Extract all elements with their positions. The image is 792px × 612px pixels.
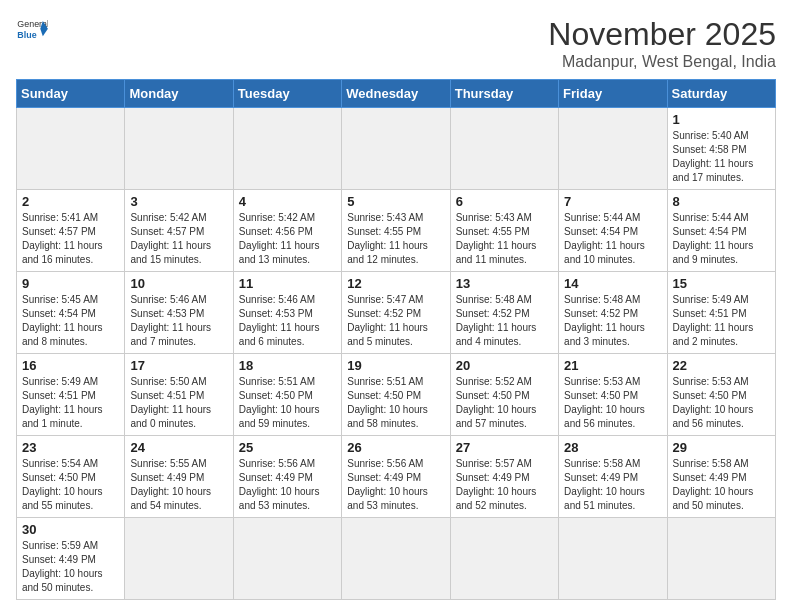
day-info: Sunrise: 5:46 AM Sunset: 4:53 PM Dayligh…: [239, 293, 336, 349]
calendar-cell: 27Sunrise: 5:57 AM Sunset: 4:49 PM Dayli…: [450, 436, 558, 518]
day-number: 13: [456, 276, 553, 291]
calendar-cell: 13Sunrise: 5:48 AM Sunset: 4:52 PM Dayli…: [450, 272, 558, 354]
calendar-cell: 15Sunrise: 5:49 AM Sunset: 4:51 PM Dayli…: [667, 272, 775, 354]
day-info: Sunrise: 5:58 AM Sunset: 4:49 PM Dayligh…: [564, 457, 661, 513]
calendar-cell: [342, 108, 450, 190]
day-info: Sunrise: 5:45 AM Sunset: 4:54 PM Dayligh…: [22, 293, 119, 349]
day-number: 25: [239, 440, 336, 455]
day-info: Sunrise: 5:55 AM Sunset: 4:49 PM Dayligh…: [130, 457, 227, 513]
calendar-cell: [450, 108, 558, 190]
day-info: Sunrise: 5:58 AM Sunset: 4:49 PM Dayligh…: [673, 457, 770, 513]
day-info: Sunrise: 5:40 AM Sunset: 4:58 PM Dayligh…: [673, 129, 770, 185]
day-number: 7: [564, 194, 661, 209]
calendar-cell: 5Sunrise: 5:43 AM Sunset: 4:55 PM Daylig…: [342, 190, 450, 272]
calendar-cell: [125, 518, 233, 600]
day-info: Sunrise: 5:54 AM Sunset: 4:50 PM Dayligh…: [22, 457, 119, 513]
calendar-row: 9Sunrise: 5:45 AM Sunset: 4:54 PM Daylig…: [17, 272, 776, 354]
logo-icon: General Blue: [16, 16, 48, 44]
calendar-cell: 18Sunrise: 5:51 AM Sunset: 4:50 PM Dayli…: [233, 354, 341, 436]
calendar-cell: [233, 108, 341, 190]
page-header: General Blue November 2025 Madanpur, Wes…: [16, 16, 776, 71]
weekday-thursday: Thursday: [450, 80, 558, 108]
day-info: Sunrise: 5:42 AM Sunset: 4:57 PM Dayligh…: [130, 211, 227, 267]
calendar-cell: 29Sunrise: 5:58 AM Sunset: 4:49 PM Dayli…: [667, 436, 775, 518]
calendar-cell: [342, 518, 450, 600]
month-title: November 2025: [548, 16, 776, 53]
weekday-header-row: SundayMondayTuesdayWednesdayThursdayFrid…: [17, 80, 776, 108]
day-number: 8: [673, 194, 770, 209]
weekday-saturday: Saturday: [667, 80, 775, 108]
day-info: Sunrise: 5:57 AM Sunset: 4:49 PM Dayligh…: [456, 457, 553, 513]
calendar-cell: 23Sunrise: 5:54 AM Sunset: 4:50 PM Dayli…: [17, 436, 125, 518]
calendar-cell: 30Sunrise: 5:59 AM Sunset: 4:49 PM Dayli…: [17, 518, 125, 600]
day-info: Sunrise: 5:44 AM Sunset: 4:54 PM Dayligh…: [673, 211, 770, 267]
day-number: 12: [347, 276, 444, 291]
day-info: Sunrise: 5:52 AM Sunset: 4:50 PM Dayligh…: [456, 375, 553, 431]
calendar-cell: 3Sunrise: 5:42 AM Sunset: 4:57 PM Daylig…: [125, 190, 233, 272]
day-number: 2: [22, 194, 119, 209]
calendar-cell: 21Sunrise: 5:53 AM Sunset: 4:50 PM Dayli…: [559, 354, 667, 436]
day-number: 14: [564, 276, 661, 291]
calendar-cell: 9Sunrise: 5:45 AM Sunset: 4:54 PM Daylig…: [17, 272, 125, 354]
day-number: 21: [564, 358, 661, 373]
day-number: 23: [22, 440, 119, 455]
day-info: Sunrise: 5:53 AM Sunset: 4:50 PM Dayligh…: [673, 375, 770, 431]
day-number: 19: [347, 358, 444, 373]
day-info: Sunrise: 5:43 AM Sunset: 4:55 PM Dayligh…: [456, 211, 553, 267]
calendar-cell: 1Sunrise: 5:40 AM Sunset: 4:58 PM Daylig…: [667, 108, 775, 190]
day-number: 27: [456, 440, 553, 455]
day-number: 29: [673, 440, 770, 455]
calendar-cell: 11Sunrise: 5:46 AM Sunset: 4:53 PM Dayli…: [233, 272, 341, 354]
calendar-cell: 17Sunrise: 5:50 AM Sunset: 4:51 PM Dayli…: [125, 354, 233, 436]
calendar-cell: 25Sunrise: 5:56 AM Sunset: 4:49 PM Dayli…: [233, 436, 341, 518]
logo: General Blue: [16, 16, 48, 44]
calendar-cell: 7Sunrise: 5:44 AM Sunset: 4:54 PM Daylig…: [559, 190, 667, 272]
calendar-row: 1Sunrise: 5:40 AM Sunset: 4:58 PM Daylig…: [17, 108, 776, 190]
calendar-cell: 14Sunrise: 5:48 AM Sunset: 4:52 PM Dayli…: [559, 272, 667, 354]
day-info: Sunrise: 5:56 AM Sunset: 4:49 PM Dayligh…: [239, 457, 336, 513]
calendar-cell: 28Sunrise: 5:58 AM Sunset: 4:49 PM Dayli…: [559, 436, 667, 518]
calendar-cell: [125, 108, 233, 190]
calendar-row: 16Sunrise: 5:49 AM Sunset: 4:51 PM Dayli…: [17, 354, 776, 436]
day-info: Sunrise: 5:51 AM Sunset: 4:50 PM Dayligh…: [239, 375, 336, 431]
calendar-row: 30Sunrise: 5:59 AM Sunset: 4:49 PM Dayli…: [17, 518, 776, 600]
day-number: 16: [22, 358, 119, 373]
calendar-cell: 19Sunrise: 5:51 AM Sunset: 4:50 PM Dayli…: [342, 354, 450, 436]
calendar-cell: [233, 518, 341, 600]
day-number: 30: [22, 522, 119, 537]
calendar-cell: 4Sunrise: 5:42 AM Sunset: 4:56 PM Daylig…: [233, 190, 341, 272]
weekday-friday: Friday: [559, 80, 667, 108]
day-number: 3: [130, 194, 227, 209]
day-info: Sunrise: 5:53 AM Sunset: 4:50 PM Dayligh…: [564, 375, 661, 431]
day-number: 17: [130, 358, 227, 373]
day-number: 26: [347, 440, 444, 455]
day-info: Sunrise: 5:48 AM Sunset: 4:52 PM Dayligh…: [456, 293, 553, 349]
day-info: Sunrise: 5:47 AM Sunset: 4:52 PM Dayligh…: [347, 293, 444, 349]
weekday-monday: Monday: [125, 80, 233, 108]
weekday-wednesday: Wednesday: [342, 80, 450, 108]
day-info: Sunrise: 5:44 AM Sunset: 4:54 PM Dayligh…: [564, 211, 661, 267]
svg-text:Blue: Blue: [17, 30, 36, 40]
calendar-cell: 12Sunrise: 5:47 AM Sunset: 4:52 PM Dayli…: [342, 272, 450, 354]
day-info: Sunrise: 5:49 AM Sunset: 4:51 PM Dayligh…: [673, 293, 770, 349]
day-number: 5: [347, 194, 444, 209]
calendar-cell: [17, 108, 125, 190]
calendar-cell: 22Sunrise: 5:53 AM Sunset: 4:50 PM Dayli…: [667, 354, 775, 436]
calendar-cell: 6Sunrise: 5:43 AM Sunset: 4:55 PM Daylig…: [450, 190, 558, 272]
day-number: 22: [673, 358, 770, 373]
calendar-cell: 26Sunrise: 5:56 AM Sunset: 4:49 PM Dayli…: [342, 436, 450, 518]
day-info: Sunrise: 5:50 AM Sunset: 4:51 PM Dayligh…: [130, 375, 227, 431]
calendar-cell: 10Sunrise: 5:46 AM Sunset: 4:53 PM Dayli…: [125, 272, 233, 354]
calendar-row: 23Sunrise: 5:54 AM Sunset: 4:50 PM Dayli…: [17, 436, 776, 518]
calendar-cell: 2Sunrise: 5:41 AM Sunset: 4:57 PM Daylig…: [17, 190, 125, 272]
calendar-cell: 8Sunrise: 5:44 AM Sunset: 4:54 PM Daylig…: [667, 190, 775, 272]
location-title: Madanpur, West Bengal, India: [548, 53, 776, 71]
calendar-cell: [559, 518, 667, 600]
day-number: 4: [239, 194, 336, 209]
day-info: Sunrise: 5:42 AM Sunset: 4:56 PM Dayligh…: [239, 211, 336, 267]
calendar-table: SundayMondayTuesdayWednesdayThursdayFrid…: [16, 79, 776, 600]
calendar-cell: [667, 518, 775, 600]
calendar-cell: [559, 108, 667, 190]
day-number: 11: [239, 276, 336, 291]
day-number: 24: [130, 440, 227, 455]
